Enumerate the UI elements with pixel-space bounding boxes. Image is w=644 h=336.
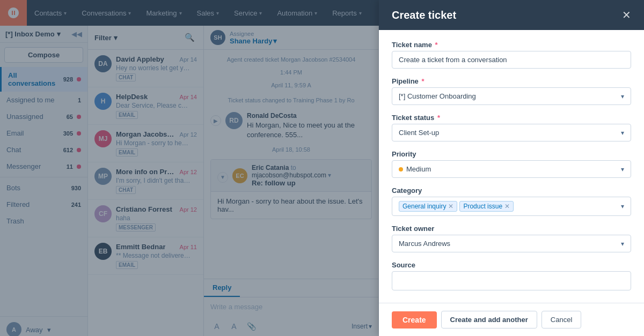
ticket-name-input[interactable] — [392, 51, 631, 69]
remove-general-inquiry-button[interactable]: ✕ — [448, 203, 453, 210]
modal-close-button[interactable]: ✕ — [622, 9, 631, 21]
ticket-status-label: Ticket status * — [392, 114, 631, 122]
app-container: Contacts ▾ Conversations ▾ Marketing ▾ S… — [0, 0, 644, 336]
source-group: Source — [392, 261, 631, 290]
priority-select[interactable]: Medium ▾ — [392, 160, 631, 178]
source-label: Source — [392, 261, 631, 269]
priority-dot — [399, 167, 403, 171]
modal-footer: Create Create and add another Cancel — [379, 303, 644, 336]
category-select[interactable]: General inquiry ✕ Product issue ✕ ▾ — [392, 197, 631, 216]
modal-body: Ticket name * Pipeline * [*] Customer On… — [379, 30, 644, 303]
pipeline-select[interactable]: [*] Customer Onboarding ▾ — [392, 87, 631, 105]
modal-title: Create ticket — [392, 9, 456, 21]
remove-product-issue-button[interactable]: ✕ — [504, 203, 510, 210]
ticket-owner-group: Ticket owner Marcus Andrews ▾ — [392, 225, 631, 252]
ticket-name-label: Ticket name * — [392, 41, 631, 49]
modal-header: Create ticket ✕ — [379, 0, 644, 30]
category-tag-product-issue: Product issue ✕ — [459, 201, 514, 212]
priority-arrow-icon: ▾ — [621, 166, 624, 173]
ticket-owner-select[interactable]: Marcus Andrews ▾ — [392, 235, 631, 252]
source-input[interactable] — [392, 271, 631, 290]
ticket-name-group: Ticket name * — [392, 41, 631, 69]
ticket-status-select[interactable]: Client Set-up ▾ — [392, 124, 631, 141]
priority-label: Priority — [392, 150, 631, 158]
priority-group: Priority Medium ▾ — [392, 150, 631, 178]
create-and-add-another-button[interactable]: Create and add another — [441, 311, 537, 328]
ticket-owner-label: Ticket owner — [392, 225, 631, 233]
ticket-status-group: Ticket status * Client Set-up ▾ — [392, 114, 631, 141]
pipeline-group: Pipeline * [*] Customer Onboarding ▾ — [392, 77, 631, 105]
cancel-button[interactable]: Cancel — [541, 311, 581, 328]
category-tag-general-inquiry: General inquiry ✕ — [399, 201, 457, 212]
pipeline-label: Pipeline * — [392, 77, 631, 85]
category-label: Category — [392, 186, 631, 195]
owner-arrow-icon: ▾ — [621, 240, 624, 248]
category-arrow-icon: ▾ — [621, 203, 624, 210]
category-group: Category General inquiry ✕ Product issue… — [392, 186, 631, 216]
create-ticket-modal: Create ticket ✕ Ticket name * Pipeline *… — [379, 0, 644, 336]
create-button[interactable]: Create — [392, 311, 437, 328]
status-arrow-icon: ▾ — [621, 129, 624, 137]
pipeline-arrow-icon: ▾ — [621, 93, 624, 100]
